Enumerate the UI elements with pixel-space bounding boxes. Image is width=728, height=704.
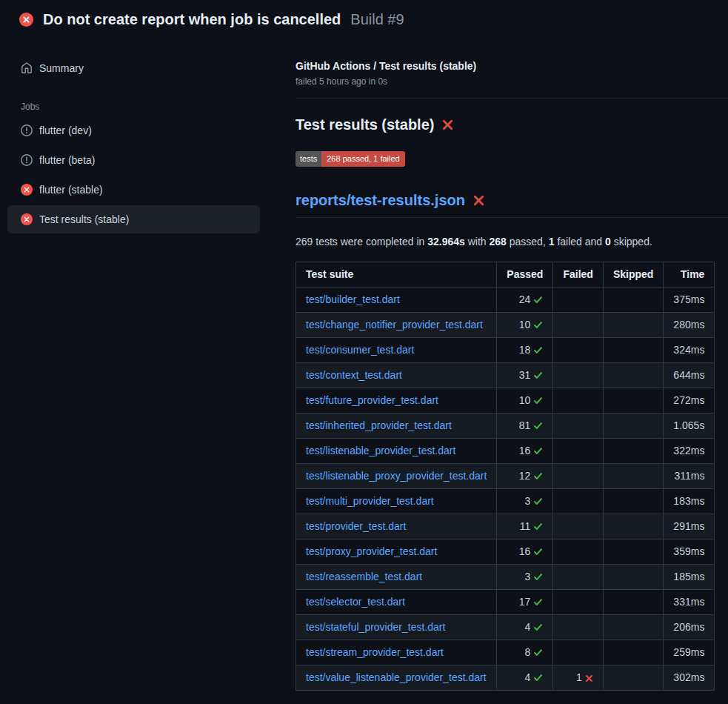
test-suite-link[interactable]: test/future_provider_test.dart bbox=[306, 394, 438, 406]
time-cell: 1.065s bbox=[664, 414, 715, 439]
test-suite-cell: test/listenable_provider_test.dart bbox=[296, 439, 497, 464]
test-suite-link[interactable]: test/reassemble_test.dart bbox=[306, 571, 422, 582]
x-circle-icon bbox=[21, 184, 33, 196]
passed-cell: 10 bbox=[497, 313, 553, 338]
results-table-body: test/builder_test.dart24375mstest/change… bbox=[296, 288, 715, 691]
check-mark-icon bbox=[533, 421, 543, 431]
test-suite-link[interactable]: test/builder_test.dart bbox=[306, 293, 400, 305]
table-row: test/context_test.dart31644ms bbox=[296, 363, 715, 388]
test-suite-link[interactable]: test/provider_test.dart bbox=[306, 520, 406, 532]
time-value: 324ms bbox=[673, 344, 704, 356]
column-header-test-suite: Test suite bbox=[296, 262, 497, 288]
test-suite-cell: test/future_provider_test.dart bbox=[296, 388, 497, 414]
test-suite-link[interactable]: test/inherited_provider_test.dart bbox=[306, 419, 452, 431]
passed-count: 81 bbox=[519, 419, 531, 431]
home-icon bbox=[21, 62, 33, 74]
badge-value: 268 passed, 1 failed bbox=[321, 151, 404, 167]
check-title-text: Test results (stable) bbox=[295, 116, 434, 133]
test-suite-cell: test/inherited_provider_test.dart bbox=[296, 414, 497, 439]
time-cell: 206ms bbox=[664, 615, 715, 640]
table-row: test/proxy_provider_test.dart16359ms bbox=[296, 539, 715, 565]
test-suite-link[interactable]: test/value_listenable_provider_test.dart bbox=[306, 671, 487, 683]
failed-count: 1 bbox=[576, 671, 582, 683]
skipped-cell bbox=[603, 464, 663, 489]
table-row: test/listenable_proxy_provider_test.dart… bbox=[296, 464, 715, 489]
failed-cell bbox=[553, 640, 603, 665]
failed-cell bbox=[553, 590, 603, 615]
sidebar-item-flutter-stable[interactable]: flutter (stable) bbox=[7, 176, 260, 204]
column-header-failed: Failed bbox=[553, 262, 603, 288]
skipped-cell bbox=[603, 539, 663, 565]
test-suite-cell: test/provider_test.dart bbox=[296, 514, 497, 539]
check-mark-icon bbox=[533, 345, 543, 355]
time-cell: 311ms bbox=[664, 464, 715, 489]
badge-label: tests bbox=[295, 151, 321, 167]
sidebar-item-flutter-beta[interactable]: flutter (beta) bbox=[7, 146, 260, 174]
time-cell: 185ms bbox=[664, 565, 715, 590]
time-value: 311ms bbox=[674, 470, 704, 482]
table-row: test/stream_provider_test.dart8259ms bbox=[296, 640, 715, 665]
time-value: 302ms bbox=[673, 671, 704, 683]
check-mark-icon bbox=[533, 446, 543, 456]
failed-cell: 1 bbox=[553, 665, 603, 691]
test-suite-cell: test/proxy_provider_test.dart bbox=[296, 539, 497, 565]
skipped-cell bbox=[603, 414, 663, 439]
sidebar-item-label: Summary bbox=[39, 61, 84, 76]
sidebar-item-flutter-dev[interactable]: flutter (dev) bbox=[7, 116, 260, 145]
passed-count: 12 bbox=[519, 470, 531, 482]
sidebar-item-label: flutter (beta) bbox=[39, 153, 95, 167]
sidebar-item-test-results-stable[interactable]: Test results (stable) bbox=[7, 205, 260, 233]
test-suite-link[interactable]: test/listenable_provider_test.dart bbox=[306, 445, 455, 456]
passed-count: 8 bbox=[525, 646, 531, 658]
skipped-cell bbox=[603, 439, 663, 464]
failed-cell bbox=[553, 439, 603, 464]
cross-mark-icon bbox=[585, 674, 593, 683]
summary-duration: 32.964s bbox=[427, 236, 465, 248]
passed-cell: 3 bbox=[497, 489, 553, 514]
test-suite-link[interactable]: test/selector_test.dart bbox=[306, 596, 405, 608]
skipped-cell bbox=[603, 640, 663, 665]
x-circle-icon bbox=[19, 13, 33, 27]
passed-cell: 4 bbox=[497, 665, 553, 691]
test-suite-link[interactable]: test/stream_provider_test.dart bbox=[306, 646, 444, 658]
passed-count: 10 bbox=[519, 319, 531, 331]
report-title-link[interactable]: reports/test-results.json bbox=[295, 192, 465, 209]
test-suite-link[interactable]: test/context_test.dart bbox=[306, 369, 402, 381]
passed-count: 16 bbox=[519, 545, 531, 557]
test-suite-cell: test/stream_provider_test.dart bbox=[296, 640, 497, 665]
x-circle-icon bbox=[21, 213, 33, 225]
skipped-cell bbox=[603, 615, 663, 640]
check-mark-icon bbox=[533, 522, 543, 531]
skipped-cell bbox=[603, 313, 663, 338]
failed-cell bbox=[553, 514, 603, 539]
passed-cell: 3 bbox=[497, 565, 553, 590]
test-suite-link[interactable]: test/consumer_test.dart bbox=[306, 344, 414, 356]
test-suite-cell: test/selector_test.dart bbox=[296, 590, 497, 615]
passed-count: 10 bbox=[519, 394, 531, 406]
cross-mark-icon bbox=[472, 194, 485, 207]
time-cell: 183ms bbox=[664, 489, 715, 514]
test-suite-link[interactable]: test/listenable_proxy_provider_test.dart bbox=[306, 470, 487, 482]
test-suite-link[interactable]: test/change_notifier_provider_test.dart bbox=[306, 319, 483, 331]
failed-cell bbox=[553, 363, 603, 388]
check-mark-icon bbox=[533, 547, 543, 557]
summary-line: 269 tests were completed in 32.964s with… bbox=[295, 234, 728, 249]
passed-count: 18 bbox=[519, 344, 531, 356]
check-mark-icon bbox=[533, 295, 543, 305]
sidebar-item-summary[interactable]: Summary bbox=[7, 54, 260, 82]
summary-skipped: 0 bbox=[605, 236, 611, 248]
test-suite-link[interactable]: test/stateful_provider_test.dart bbox=[306, 621, 445, 633]
test-suite-link[interactable]: test/multi_provider_test.dart bbox=[306, 495, 434, 507]
test-suite-cell: test/builder_test.dart bbox=[296, 288, 497, 313]
time-value: 183ms bbox=[673, 495, 704, 507]
sidebar-item-label: flutter (stable) bbox=[39, 182, 103, 197]
table-row: test/value_listenable_provider_test.dart… bbox=[296, 665, 715, 691]
test-suite-link[interactable]: test/proxy_provider_test.dart bbox=[306, 545, 437, 557]
check-mark-icon bbox=[533, 320, 543, 330]
column-header-time: Time bbox=[664, 262, 715, 288]
breadcrumb: GitHub Actions / Test results (stable) bbox=[295, 60, 728, 72]
summary-text: passed, bbox=[507, 236, 549, 248]
table-row: test/reassemble_test.dart3185ms bbox=[296, 565, 715, 590]
column-header-skipped: Skipped bbox=[603, 262, 663, 288]
passed-count: 11 bbox=[520, 520, 531, 532]
